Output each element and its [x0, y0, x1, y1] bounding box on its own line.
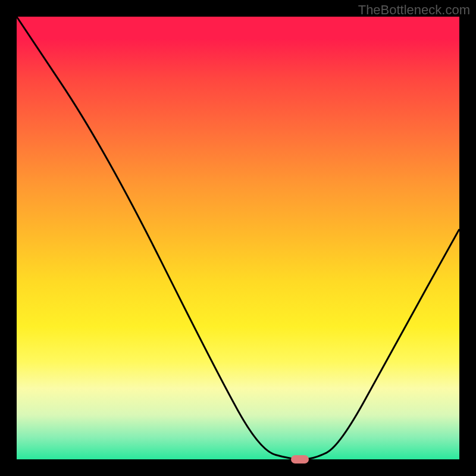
chart-frame [0, 0, 476, 476]
optimal-point-marker [291, 455, 309, 464]
watermark-text: TheBottleneck.com [358, 2, 470, 18]
bottleneck-curve [0, 0, 476, 476]
